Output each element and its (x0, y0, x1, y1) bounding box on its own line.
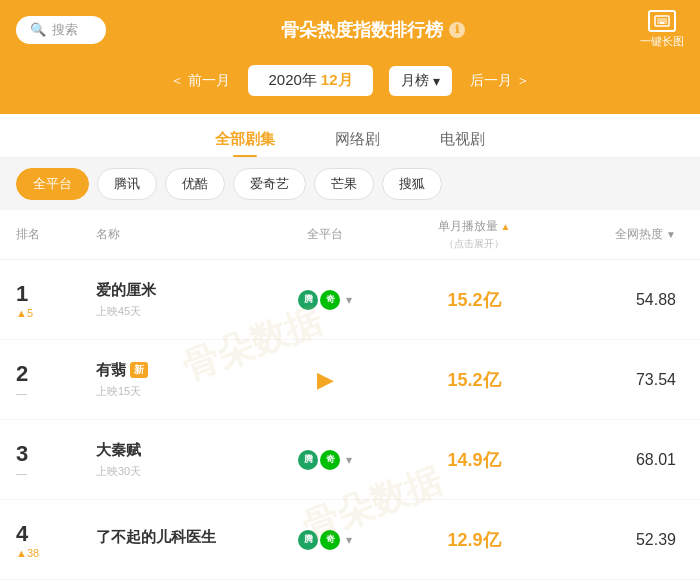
tab-tv-dramas[interactable]: 电视剧 (410, 122, 515, 157)
table-header: 排名 名称 全平台 单月播放量 ▲ （点击展开） 全网热度 ▼ (0, 210, 700, 260)
col-header-rank: 排名 (16, 226, 96, 243)
col-header-heat[interactable]: 全网热度 ▼ (554, 226, 684, 243)
col-header-platform: 全平台 (256, 226, 394, 243)
expand-arrow-icon[interactable]: ▾ (346, 293, 352, 307)
platforms-col: ▶ (256, 367, 394, 393)
platform-all-button[interactable]: 全平台 (16, 168, 89, 200)
save-image-label: 一键长图 (640, 34, 684, 49)
platforms-col: 腾 奇 ▾ (256, 530, 394, 550)
rank-change: — (16, 387, 27, 399)
dropdown-arrow-icon: ▾ (433, 73, 440, 89)
month-label: 12月 (321, 71, 353, 90)
new-badge: 新 (130, 362, 148, 378)
tab-web-dramas[interactable]: 网络剧 (305, 122, 410, 157)
heat-col: 52.39 (554, 531, 684, 549)
sort-ascending-icon: ▲ (501, 221, 511, 232)
show-name-col: 有翡 新 上映15天 (96, 361, 256, 399)
rank-col: 4 ▲38 (16, 521, 96, 559)
table-row: 3 — 大秦赋 上映30天 腾 奇 ▾ 14.9亿 68.01 (0, 420, 700, 500)
platform-icons: 腾 奇 (298, 450, 340, 470)
iqiyi-icon: 奇 (320, 290, 340, 310)
content-tabs: 全部剧集 网络剧 电视剧 (0, 114, 700, 158)
youku-play-icon: ▶ (317, 367, 334, 393)
search-icon: 🔍 (30, 22, 46, 37)
heat-col: 54.88 (554, 291, 684, 309)
svg-rect-2 (660, 22, 664, 24)
heat-col: 73.54 (554, 371, 684, 389)
expand-arrow-icon[interactable]: ▾ (346, 453, 352, 467)
heat-col: 68.01 (554, 451, 684, 469)
table-row: 4 ▲38 了不起的儿科医生 腾 奇 ▾ 12.9亿 52.39 (0, 500, 700, 580)
tencent-icon: 腾 (298, 450, 318, 470)
save-image-button[interactable]: 一键长图 (640, 10, 684, 49)
rank-col: 1 ▲5 (16, 281, 96, 319)
sort-descending-icon: ▼ (666, 229, 676, 240)
plays-col: 15.2亿 (394, 368, 554, 392)
show-name-col: 大秦赋 上映30天 (96, 441, 256, 479)
save-image-icon (648, 10, 676, 32)
platform-icons: 腾 奇 (298, 530, 340, 550)
rank-change: ▲38 (16, 547, 39, 559)
iqiyi-icon: 奇 (320, 450, 340, 470)
platform-youku-button[interactable]: 优酷 (165, 168, 225, 200)
expand-arrow-icon[interactable]: ▾ (346, 533, 352, 547)
date-selector[interactable]: 2020年 12月 (248, 65, 372, 96)
plays-col: 15.2亿 (394, 288, 554, 312)
platform-iqiyi-button[interactable]: 爱奇艺 (233, 168, 306, 200)
table-body: 骨朵数据 骨朵数据 1 ▲5 爱的厘米 上映45天 腾 奇 ▾ 15.2亿 54… (0, 260, 700, 581)
year-label: 2020年 (268, 71, 316, 90)
platform-sohu-button[interactable]: 搜狐 (382, 168, 442, 200)
table-row: 2 — 有翡 新 上映15天 ▶ 15.2亿 73.54 (0, 340, 700, 420)
platform-mango-button[interactable]: 芒果 (314, 168, 374, 200)
table-row: 1 ▲5 爱的厘米 上映45天 腾 奇 ▾ 15.2亿 54.88 (0, 260, 700, 340)
rank-col: 2 — (16, 361, 96, 399)
rank-change: — (16, 467, 27, 479)
platform-icons: 腾 奇 (298, 290, 340, 310)
search-label: 搜索 (52, 21, 78, 39)
navigation-bar: ＜ 前一月 2020年 12月 月榜 ▾ 后一月 ＞ (0, 59, 700, 114)
show-name-col: 了不起的儿科医生 (96, 528, 256, 551)
info-icon[interactable]: ℹ (449, 22, 465, 38)
tab-all-dramas[interactable]: 全部剧集 (185, 122, 305, 157)
col-header-plays[interactable]: 单月播放量 ▲ （点击展开） (394, 218, 554, 251)
prev-month-button[interactable]: ＜ 前一月 (170, 72, 240, 90)
platforms-col: 腾 奇 ▾ (256, 290, 394, 310)
tencent-icon: 腾 (298, 290, 318, 310)
plays-col: 14.9亿 (394, 448, 554, 472)
iqiyi-icon: 奇 (320, 530, 340, 550)
search-button[interactable]: 🔍 搜索 (16, 16, 106, 44)
rank-change: ▲5 (16, 307, 33, 319)
platforms-col: 腾 奇 ▾ (256, 450, 394, 470)
col-plays-subtitle: （点击展开） (444, 237, 504, 251)
page-header: 🔍 搜索 骨朵热度指数排行榜 ℹ 一键长图 (0, 0, 700, 59)
platform-filter-bar: 全平台 腾讯 优酷 爱奇艺 芒果 搜狐 (0, 158, 700, 210)
platform-tencent-button[interactable]: 腾讯 (97, 168, 157, 200)
next-month-button[interactable]: 后一月 ＞ (460, 72, 530, 90)
rank-col: 3 — (16, 441, 96, 479)
tencent-icon: 腾 (298, 530, 318, 550)
show-name-col: 爱的厘米 上映45天 (96, 281, 256, 319)
plays-col: 12.9亿 (394, 528, 554, 552)
col-header-name: 名称 (96, 226, 256, 243)
month-type-selector[interactable]: 月榜 ▾ (389, 66, 452, 96)
page-title: 骨朵热度指数排行榜 ℹ (281, 18, 465, 42)
